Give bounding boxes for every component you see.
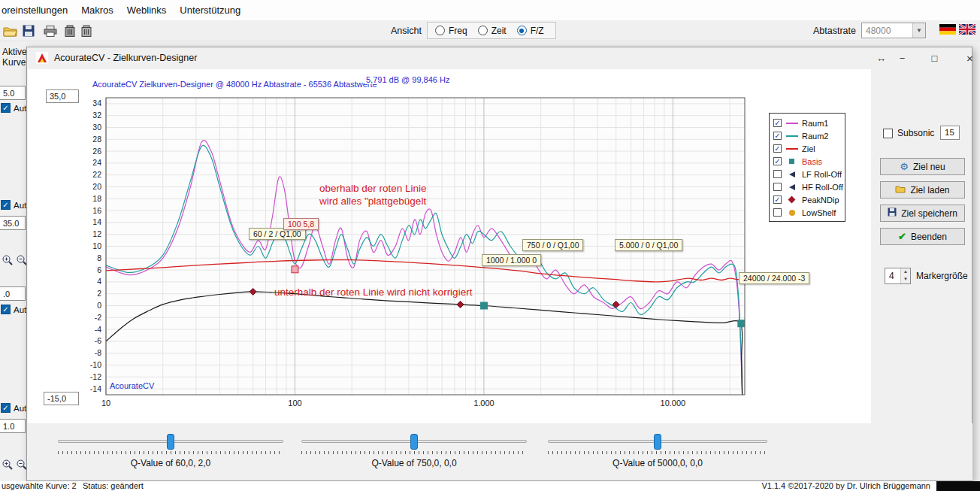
- y-tick-label: 30: [92, 123, 101, 132]
- ziel-laden-button[interactable]: Ziel laden: [880, 181, 965, 199]
- slider-track[interactable]: [548, 440, 767, 443]
- value-field-1[interactable]: 5.0: [0, 86, 26, 100]
- slider-thumb[interactable]: [167, 434, 174, 450]
- undock-icon[interactable]: ↔: [870, 48, 892, 68]
- chevron-down-icon[interactable]: ▼: [912, 23, 925, 38]
- basis-marker[interactable]: [480, 302, 487, 309]
- menu-item-voreinstellungen[interactable]: oreinstellungen: [0, 0, 74, 20]
- checkbox-icon[interactable]: [773, 170, 782, 178]
- status-bar: usgewählte Kurve: 2 Status: geändert V1.…: [0, 481, 980, 491]
- close-icon[interactable]: ×: [959, 48, 980, 68]
- print-icon[interactable]: [42, 23, 59, 39]
- marker-size-value[interactable]: 4: [885, 268, 900, 283]
- y-tick-label: -10: [90, 360, 101, 369]
- legend-item-raum1[interactable]: ✓Raum1: [773, 117, 845, 129]
- radio-icon[interactable]: [435, 26, 445, 35]
- x-tick-label: 10: [101, 399, 110, 408]
- maximize-icon[interactable]: □: [924, 48, 945, 68]
- y-tick-label: 26: [92, 147, 101, 156]
- delete-curve-icon[interactable]: [62, 23, 78, 39]
- selected-marker[interactable]: [292, 266, 298, 273]
- radio-selected-icon[interactable]: [517, 26, 527, 35]
- auto-checkbox-3[interactable]: ✓Auto: [1, 305, 26, 314]
- marker-size-spinner[interactable]: 4 ▲▼: [885, 268, 911, 284]
- menu-item-weblinks[interactable]: Weblinks: [120, 0, 174, 20]
- subsonic-value-input[interactable]: 15: [940, 126, 960, 140]
- frequency-plot[interactable]: -14-12-10-8-6-4-202468101214161820222426…: [106, 98, 745, 395]
- radio-freq[interactable]: Freq: [435, 26, 467, 36]
- check-icon: ✓: [1, 403, 11, 413]
- value-field-2[interactable]: 35.0: [0, 216, 26, 230]
- y-tick-label: 18: [92, 194, 101, 203]
- legend-item-ziel[interactable]: ✓Ziel: [773, 142, 845, 155]
- view-radio-group: Freq Zeit F/Z: [427, 22, 556, 39]
- value-field-4[interactable]: 1.0: [0, 419, 26, 433]
- checkbox-icon[interactable]: ✓: [773, 195, 782, 204]
- slider-track[interactable]: [58, 440, 283, 443]
- zoom-out-icon[interactable]: [16, 254, 26, 269]
- checkbox-icon[interactable]: ✓: [773, 144, 782, 153]
- y-max-input[interactable]: 35,0: [46, 89, 79, 103]
- auto-checkbox-4[interactable]: ✓Auto: [1, 403, 26, 413]
- checkbox-icon[interactable]: [883, 129, 893, 138]
- checkbox-icon[interactable]: [773, 183, 782, 191]
- acourate-app-icon: [36, 52, 48, 67]
- zoom-in-icon[interactable]: [2, 254, 14, 269]
- auto-label: Auto: [14, 104, 26, 113]
- checkbox-icon[interactable]: ✓: [773, 157, 782, 165]
- beenden-button[interactable]: ✔ Beenden: [880, 228, 965, 245]
- uk-flag-icon[interactable]: [959, 24, 975, 35]
- subsonic-checkbox[interactable]: Subsonic: [883, 128, 934, 138]
- slider-track[interactable]: [301, 440, 527, 443]
- menu-item-makros[interactable]: Makros: [74, 0, 120, 20]
- radio-icon[interactable]: [478, 26, 488, 35]
- radio-freq-label: Freq: [449, 26, 467, 36]
- open-folder-icon[interactable]: [2, 23, 18, 39]
- save-icon[interactable]: [20, 23, 37, 39]
- slider-ticks: [548, 451, 767, 454]
- q-slider-60: Q-Value of 60,0, 2,0: [58, 423, 283, 480]
- auto-checkbox-1[interactable]: ✓Auto: [1, 103, 26, 113]
- legend-label: Raum1: [802, 119, 828, 128]
- legend-item-basis[interactable]: ✓Basis: [773, 155, 845, 168]
- ziel-neu-button[interactable]: ⚙ Ziel neu: [880, 158, 965, 175]
- zoom-in-icon[interactable]: [2, 459, 14, 474]
- menu-item-unterstuetzung[interactable]: Unterstützung: [173, 0, 247, 20]
- checkbox-icon[interactable]: ✓: [773, 119, 782, 127]
- y-tick-label: 2: [97, 289, 101, 298]
- x-tick-label: 10.000: [661, 399, 686, 408]
- german-flag-icon[interactable]: [939, 24, 956, 35]
- dialog-titlebar[interactable]: AcourateCV - Zielkurven-Designer ↔ − □ ×: [27, 47, 972, 69]
- checkbox-icon[interactable]: [773, 208, 782, 217]
- legend-item-raum2[interactable]: ✓Raum2: [773, 129, 845, 142]
- series-marker-icon: [785, 159, 798, 164]
- legend-item-hf-roll-off[interactable]: HF Roll-Off: [773, 180, 845, 193]
- arrow-up-icon[interactable]: ▲: [901, 268, 910, 276]
- aktive-kurve-label: Aktive: [2, 47, 26, 57]
- series-marker-icon: [785, 197, 798, 202]
- y-min-input[interactable]: -15,0: [44, 392, 79, 405]
- radio-fz[interactable]: F/Z: [517, 26, 544, 36]
- trash-icon[interactable]: [78, 23, 95, 39]
- ziel-laden-label: Ziel laden: [910, 185, 949, 195]
- legend-item-lowshelf[interactable]: LowShelf: [773, 206, 845, 219]
- spinner-arrows[interactable]: ▲▼: [900, 268, 910, 283]
- samplerate-dropdown[interactable]: 48000 ▼: [861, 23, 926, 38]
- slider-thumb[interactable]: [410, 434, 418, 450]
- radio-zeit[interactable]: Zeit: [478, 26, 507, 36]
- checkbox-icon[interactable]: ✓: [773, 132, 782, 140]
- minimize-icon[interactable]: −: [891, 48, 913, 68]
- legend-item-peakndip[interactable]: ✓PeakNDip: [773, 193, 845, 206]
- value-field-3[interactable]: .0: [0, 286, 26, 301]
- slider-thumb[interactable]: [654, 434, 661, 450]
- basis-marker[interactable]: [738, 320, 745, 327]
- y-tick-label: 14: [92, 217, 101, 226]
- auto-checkbox-2[interactable]: ✓Auto: [1, 200, 26, 210]
- legend-item-lf-roll-off[interactable]: LF Roll-Off: [773, 168, 845, 180]
- y-tick-label: -12: [90, 372, 101, 381]
- zoom-out-icon[interactable]: [16, 459, 26, 474]
- ziel-speichern-button[interactable]: Ziel speichern: [880, 205, 965, 222]
- arrow-down-icon[interactable]: ▼: [901, 276, 910, 283]
- y-tick-label: -14: [90, 384, 101, 393]
- ziel-speichern-label: Ziel speichern: [901, 208, 957, 219]
